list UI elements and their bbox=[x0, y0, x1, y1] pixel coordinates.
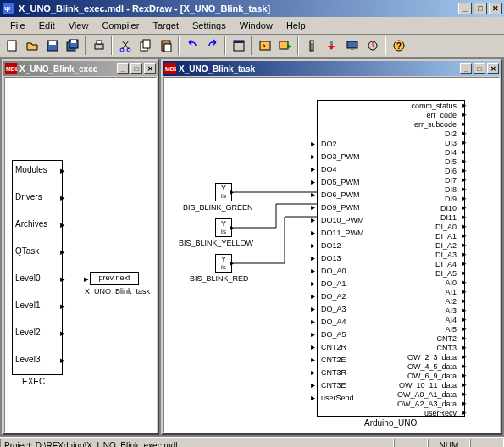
arduino-port-userSend: userSend bbox=[321, 394, 354, 402]
menu-settings[interactable]: Settings bbox=[186, 19, 233, 32]
arduino-port-DI3: DI3 bbox=[397, 139, 457, 147]
child-window-exec: MDL X_UNO_Blink_exec _ □ ✕ EXEC Modules … bbox=[2, 59, 159, 435]
toolbar: ? bbox=[0, 35, 504, 58]
window-title: X_UNO_Blink_exec.mdl - RexDraw - [X_UNO_… bbox=[19, 3, 458, 14]
tb-browse[interactable] bbox=[229, 36, 248, 55]
arduino-port-CNT2: CNT2 bbox=[397, 334, 457, 343]
tb-redo[interactable] bbox=[202, 36, 222, 55]
tb-open[interactable] bbox=[22, 36, 42, 55]
main-titlebar: Ψ X_UNO_Blink_exec.mdl - RexDraw - [X_UN… bbox=[0, 0, 504, 17]
arduino-port-DO_A4: DO_A4 bbox=[321, 317, 346, 326]
app-icon: Ψ bbox=[2, 2, 15, 15]
menu-file[interactable]: File bbox=[3, 19, 32, 32]
menu-view[interactable]: View bbox=[62, 19, 96, 32]
arduino-port-DO2: DO2 bbox=[321, 140, 337, 148]
arduino-port-DO3_PWM: DO3_PWM bbox=[321, 152, 360, 161]
port-level0: Level0 bbox=[15, 273, 40, 283]
tb-compile-run[interactable] bbox=[275, 36, 295, 55]
menu-edit[interactable]: Edit bbox=[32, 19, 62, 32]
port-level3: Level3 bbox=[15, 355, 40, 364]
arduino-port-DO13: DO13 bbox=[321, 254, 341, 262]
child-min-exec[interactable]: _ bbox=[117, 63, 129, 74]
arduino-port-DI2: DI2 bbox=[397, 130, 457, 138]
task-link-box[interactable]: prev next bbox=[90, 272, 139, 285]
canvas-exec[interactable]: EXEC Modules Drivers Archives QTask Leve… bbox=[4, 77, 157, 433]
tb-monitor[interactable] bbox=[342, 36, 362, 55]
arduino-port-DO5_PWM: DO5_PWM bbox=[321, 178, 360, 186]
menu-target[interactable]: Target bbox=[146, 19, 186, 32]
arduino-port-DO6_PWM: DO6_PWM bbox=[321, 190, 360, 199]
statusbar: Project: D:\REXduino\X_UNO_Blink_exec.md… bbox=[0, 437, 504, 447]
canvas-task[interactable]: Y is ▸ BIS_BLINK_GREEN Y is ▸ BIS_BLINK_… bbox=[163, 77, 500, 433]
task-link-label: X_UNO_Blink_task bbox=[77, 287, 157, 295]
svg-rect-13 bbox=[143, 40, 150, 48]
arduino-port-DI5: DI5 bbox=[397, 157, 457, 166]
tb-print[interactable] bbox=[89, 36, 108, 55]
mdi-client-area: MDL X_UNO_Blink_exec _ □ ✕ EXEC Modules … bbox=[0, 58, 504, 437]
svg-rect-17 bbox=[234, 41, 244, 43]
port-level1: Level1 bbox=[15, 301, 40, 310]
child-titlebar-exec[interactable]: MDL X_UNO_Blink_exec _ □ ✕ bbox=[3, 61, 158, 76]
child-min-task[interactable]: _ bbox=[460, 63, 472, 74]
exec-label: EXEC bbox=[22, 377, 45, 386]
svg-rect-9 bbox=[97, 41, 102, 44]
tb-save[interactable] bbox=[42, 36, 62, 55]
tb-cut[interactable] bbox=[115, 36, 135, 55]
bis-red-label: BIS_BLINK_RED bbox=[190, 274, 249, 283]
arduino-port-AI5: AI5 bbox=[397, 325, 457, 334]
arduino-port-DI_A5: DI_A5 bbox=[397, 269, 457, 278]
menu-compiler[interactable]: Compiler bbox=[95, 19, 146, 32]
tb-compile[interactable] bbox=[255, 36, 274, 55]
arduino-port-DI_A0: DI_A0 bbox=[397, 223, 457, 231]
arduino-port-err_subcode: err_subcode bbox=[397, 120, 457, 129]
port-level2: Level2 bbox=[15, 328, 40, 337]
arduino-port-OW_4_5_data: OW_4_5_data bbox=[397, 362, 457, 371]
svg-rect-2 bbox=[8, 41, 16, 51]
svg-rect-4 bbox=[49, 41, 56, 45]
tb-connect[interactable] bbox=[302, 36, 321, 55]
arduino-port-CNT3E: CNT3E bbox=[321, 381, 346, 389]
svg-rect-23 bbox=[347, 41, 357, 48]
tb-new[interactable] bbox=[2, 36, 21, 55]
port-archives: Archives bbox=[15, 219, 47, 229]
svg-text:Ψ: Ψ bbox=[4, 5, 10, 14]
menu-help[interactable]: Help bbox=[280, 19, 313, 32]
svg-text:MDL: MDL bbox=[165, 66, 176, 72]
status-empty1 bbox=[394, 439, 428, 448]
tb-undo[interactable] bbox=[182, 36, 202, 55]
child-close-task[interactable]: ✕ bbox=[487, 63, 499, 74]
arduino-port-DO_A2: DO_A2 bbox=[321, 292, 346, 301]
tb-paste[interactable] bbox=[156, 36, 175, 55]
menu-window[interactable]: Window bbox=[233, 19, 280, 32]
arduino-port-DO10_PWM: DO10_PWM bbox=[321, 216, 364, 224]
tb-copy[interactable] bbox=[136, 36, 155, 55]
tb-help[interactable]: ? bbox=[389, 36, 408, 55]
arduino-port-DO_A3: DO_A3 bbox=[321, 305, 346, 313]
svg-point-21 bbox=[311, 41, 313, 43]
child-window-task: MDL X_UNO_Blink_task _ □ ✕ Y is ▸ BIS_BL… bbox=[161, 59, 502, 435]
svg-rect-7 bbox=[71, 40, 76, 43]
arduino-port-DO9_PWM: DO9_PWM bbox=[321, 203, 360, 212]
arduino-port-DI8: DI8 bbox=[397, 185, 457, 194]
arduino-port-OW_A2_A3_data: OW_A2_A3_data bbox=[397, 400, 457, 408]
minimize-button[interactable]: _ bbox=[458, 3, 472, 14]
arduino-port-OW_6_9_data: OW_6_9_data bbox=[397, 372, 457, 380]
arduino-port-DI_A1: DI_A1 bbox=[397, 232, 457, 240]
child-title-task: X_UNO_Blink_task bbox=[179, 64, 255, 74]
child-max-task[interactable]: □ bbox=[474, 63, 485, 74]
port-modules: Modules bbox=[15, 165, 47, 174]
tb-saveall[interactable] bbox=[63, 36, 82, 55]
menubar: File Edit View Compiler Target Settings … bbox=[0, 17, 504, 35]
arduino-port-comm_status: comm_status bbox=[397, 102, 457, 110]
child-max-exec[interactable]: □ bbox=[130, 63, 142, 74]
arduino-port-DI_A4: DI_A4 bbox=[397, 260, 457, 268]
child-close-exec[interactable]: ✕ bbox=[144, 63, 156, 74]
status-num: NUM bbox=[428, 439, 470, 448]
tb-download[interactable] bbox=[322, 36, 341, 55]
close-button[interactable]: ✕ bbox=[489, 3, 502, 14]
arduino-port-AI1: AI1 bbox=[397, 288, 457, 296]
tb-diag[interactable] bbox=[363, 36, 382, 55]
child-titlebar-task[interactable]: MDL X_UNO_Blink_task _ □ ✕ bbox=[163, 61, 501, 76]
maximize-button[interactable]: □ bbox=[474, 3, 487, 14]
svg-rect-15 bbox=[164, 44, 171, 52]
